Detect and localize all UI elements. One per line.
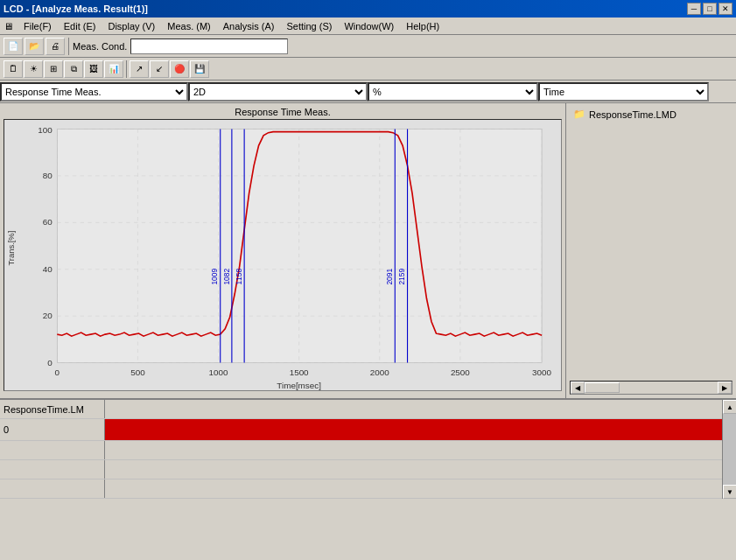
svg-text:20: 20	[43, 312, 53, 321]
svg-text:2500: 2500	[451, 368, 470, 377]
horizontal-scrollbar[interactable]: ◀ ▶	[570, 381, 732, 395]
meas-cond-label: Meas. Cond.	[73, 41, 127, 52]
bottom-row-0-text: 0	[4, 424, 9, 435]
bottom-header-content	[105, 400, 722, 418]
icon-btn-chart[interactable]: 📊	[104, 60, 123, 78]
open-button[interactable]: 📂	[25, 38, 44, 55]
menu-window[interactable]: Window(W)	[339, 19, 399, 33]
bottom-row-3-label	[0, 480, 105, 498]
icon-btn-import[interactable]: ↙	[150, 60, 169, 78]
svg-text:40: 40	[43, 264, 53, 274]
bottom-row-2	[0, 460, 722, 480]
bottom-row-1-label	[0, 441, 105, 459]
icon-btn-red[interactable]: 🔴	[170, 60, 189, 78]
svg-text:2091: 2091	[385, 269, 394, 285]
svg-text:2000: 2000	[370, 368, 389, 377]
svg-text:500: 500	[130, 368, 144, 377]
icon-btn-sun[interactable]: ☀	[24, 60, 43, 78]
right-panel: 📁 ResponseTime.LMD ◀ ▶	[565, 103, 736, 398]
icon-btn-photo[interactable]: 🖼	[84, 60, 103, 78]
bottom-row-1-content	[105, 441, 722, 459]
unit-dropdown[interactable]: %	[368, 82, 538, 102]
meas-cond-input[interactable]	[130, 38, 288, 54]
bottom-header-text: ResponseTime.LM	[4, 404, 84, 415]
bottom-row-0-label: 0	[0, 419, 105, 440]
icon-btn-grid[interactable]: ⊞	[44, 60, 63, 78]
title-bar-controls: ─ □ ✕	[687, 3, 732, 15]
scroll-track	[723, 414, 736, 485]
axis-dropdown[interactable]: Time	[538, 82, 709, 102]
scroll-left-btn[interactable]: ◀	[571, 382, 585, 394]
menu-setting[interactable]: Setting (S)	[281, 19, 337, 33]
icon-btn-export[interactable]: ↗	[130, 60, 149, 78]
menu-edit[interactable]: Edit (E)	[59, 19, 102, 33]
svg-text:1158: 1158	[235, 269, 243, 285]
chart-title: Response Time Meas.	[4, 107, 562, 117]
bottom-row-0-content	[105, 419, 722, 440]
bottom-row-1	[0, 441, 722, 460]
svg-text:1000: 1000	[209, 368, 228, 377]
svg-text:1009: 1009	[210, 269, 219, 285]
chart-area: Response Time Meas.	[0, 103, 565, 398]
new-button[interactable]: 📄	[4, 38, 23, 55]
separator-2	[126, 60, 127, 78]
print-button[interactable]: 🖨	[46, 38, 65, 55]
folder-icon: 📁	[573, 108, 585, 120]
icon-btn-layers[interactable]: ⧉	[64, 60, 83, 78]
icon-toolbar: 🗒 ☀ ⊞ ⧉ 🖼 📊 ↗ ↙ 🔴 💾	[0, 58, 736, 80]
main-area: Response Time Meas.	[0, 103, 736, 398]
bottom-row-3	[0, 480, 722, 499]
svg-text:1500: 1500	[290, 368, 309, 377]
svg-text:Time[msec]: Time[msec]	[277, 381, 321, 390]
file-name: ResponseTime.LMD	[589, 109, 676, 120]
bottom-row-0: 0	[0, 419, 722, 441]
svg-text:0: 0	[55, 368, 60, 377]
svg-text:Trans.[%]: Trans.[%]	[6, 231, 16, 266]
close-button[interactable]: ✕	[718, 3, 732, 15]
file-item[interactable]: 📁 ResponseTime.LMD	[570, 107, 732, 122]
svg-text:80: 80	[43, 171, 53, 180]
bottom-header-row: ResponseTime.LM	[0, 400, 722, 419]
menu-meas[interactable]: Meas. (M)	[162, 19, 216, 33]
mode-dropdown[interactable]: 2D	[188, 82, 368, 102]
dropdowns-row: Response Time Meas. 2D % Time	[0, 80, 736, 103]
window-title: LCD - [Analyze Meas. Result(1)]	[4, 4, 148, 14]
bottom-data-area: ResponseTime.LM 0	[0, 400, 722, 499]
chart-svg: 0 20 40 60 80 100 0 500 1000 1500 2000 2…	[4, 120, 561, 390]
bottom-panel: ResponseTime.LM 0 ▲	[0, 398, 736, 499]
icon-btn-save[interactable]: 💾	[190, 60, 209, 78]
menu-help[interactable]: Help(H)	[401, 19, 445, 33]
bottom-row-3-content	[105, 480, 722, 498]
svg-rect-1	[57, 129, 542, 362]
icon-btn-1[interactable]: 🗒	[4, 60, 23, 78]
bottom-row-2-content	[105, 460, 722, 479]
vertical-scrollbar[interactable]: ▲ ▼	[722, 400, 736, 499]
svg-text:3000: 3000	[532, 368, 551, 377]
svg-text:1082: 1082	[221, 269, 230, 285]
app-icon: 🖥	[4, 21, 13, 32]
separator-1	[68, 38, 69, 55]
svg-text:2159: 2159	[397, 269, 406, 285]
measurement-dropdown[interactable]: Response Time Meas.	[0, 82, 188, 102]
title-bar: LCD - [Analyze Meas. Result(1)] ─ □ ✕	[0, 0, 736, 18]
bottom-row-2-label	[0, 460, 105, 479]
menu-file[interactable]: File(F)	[18, 19, 57, 33]
bottom-header-label: ResponseTime.LM	[0, 400, 105, 418]
scroll-up-btn[interactable]: ▲	[723, 400, 736, 414]
scroll-right-btn[interactable]: ▶	[718, 382, 732, 394]
data-bar-0	[105, 419, 722, 440]
menu-bar: 🖥 File(F) Edit (E) Display (V) Meas. (M)…	[0, 18, 736, 35]
scroll-down-btn[interactable]: ▼	[723, 485, 736, 499]
svg-text:60: 60	[43, 218, 53, 228]
minimize-button[interactable]: ─	[687, 3, 701, 15]
svg-text:0: 0	[47, 358, 52, 368]
menu-analysis[interactable]: Analysis (A)	[218, 19, 280, 33]
svg-text:100: 100	[38, 125, 52, 135]
scroll-thumb-h[interactable]	[585, 382, 620, 393]
toolbar-row1: 📄 📂 🖨 Meas. Cond.	[0, 35, 736, 58]
maximize-button[interactable]: □	[703, 3, 717, 15]
menu-display[interactable]: Display (V)	[102, 19, 160, 33]
